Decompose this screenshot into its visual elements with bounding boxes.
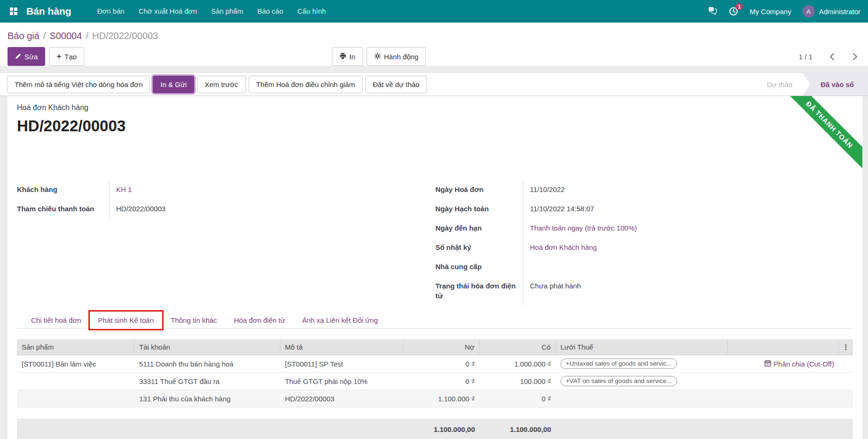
col-header-mo-ta[interactable]: Mô tả	[280, 339, 403, 355]
journal-items-table: Sản phẩm Tài khoản Mô tả Nợ Có Lưới Thuế…	[17, 339, 853, 439]
user-avatar: A	[803, 5, 815, 17]
cell-account: 33311 Thuế GTGT đầu ra	[134, 376, 280, 386]
menu-cho-xuat-hoa-don[interactable]: Chờ xuất Hoá đơn	[132, 0, 204, 23]
cell-account: 131 Phải thu của khách hàng	[134, 394, 280, 404]
pager-count: 1 / 1	[799, 53, 813, 61]
breadcrumb-separator: /	[43, 31, 46, 41]
field-value-so-nhat-ky[interactable]: Hoá đơn Khách hàng	[530, 243, 597, 251]
tax-grid-tag[interactable]: +Untaxed sales of goods and servic...	[560, 359, 677, 369]
form-view-content: ĐÃ THANH TOÁN Hoá đơn Khách hàng HD/2022…	[0, 96, 868, 439]
menu-cau-hinh[interactable]: Cấu hình	[290, 0, 333, 23]
field-value-nha-cung-cap[interactable]	[523, 257, 802, 276]
notebook-tabs: Chi tiết hoá đơn Phát sinh Kế toán Thông…	[17, 311, 853, 329]
create-button[interactable]: + Tạo	[49, 47, 84, 66]
edit-button[interactable]: Sửa	[8, 47, 45, 66]
tab-chi-tiet-hoa-don[interactable]: Chi tiết hoá đơn	[23, 311, 90, 329]
breadcrumb-bao-gia[interactable]: Báo giá	[8, 31, 39, 41]
cell-description: [ST00011] SP Test	[280, 359, 403, 369]
cell-product	[17, 398, 134, 399]
print-action-group: In Hành động	[332, 47, 426, 66]
odoo-window: Bán hàng Đơn bán Chờ xuất Hoá đơn Sản ph…	[0, 0, 868, 439]
preview-button[interactable]: Xem trước	[197, 76, 246, 93]
field-label-ngay-hoa-don: Ngày Hoá đơn	[435, 180, 523, 199]
cell-product: [ST00011] Bàn làm việc	[17, 359, 134, 369]
tab-anh-xa-lien-ket-doi-ung[interactable]: Ánh xạ Liên kết Đối ứng	[294, 311, 387, 329]
tax-grid-tag[interactable]: +VAT on sales of goods and service...	[560, 376, 677, 386]
printer-icon	[339, 53, 346, 61]
breadcrumb: Báo giá / S00004 / HD/2022/00003	[8, 29, 860, 42]
col-header-tai-khoan[interactable]: Tài khoản	[134, 339, 280, 355]
cutoff-action[interactable]: Phân chia (Cut-Off)	[728, 359, 839, 369]
pager-previous-icon[interactable]	[829, 53, 836, 61]
reset-to-draft-button[interactable]: Đặt về dự thảo	[365, 76, 427, 93]
menu-don-ban[interactable]: Đơn bán	[90, 0, 132, 23]
table-row[interactable]: 33311 Thuế GTGT đầu ra Thuế GTGT phải nộ…	[17, 373, 853, 390]
tab-thong-tin-khac[interactable]: Thông tin khác	[162, 311, 225, 329]
page-title: HD/2022/00003	[17, 116, 853, 136]
tab-phat-sinh-ke-toan[interactable]: Phát sinh Kế toán	[90, 311, 162, 329]
app-name[interactable]: Bán hàng	[26, 6, 71, 17]
field-label-so-nhat-ky: Sổ nhật ký	[435, 238, 523, 257]
cell-product	[17, 380, 134, 382]
field-value-trang-thai-hoa-don-dien-tu: Chưa phát hành	[523, 276, 802, 305]
status-draft[interactable]: Dự thảo	[757, 73, 803, 96]
field-value-ngay-hach-toan: 11/10/2022 14:58:07	[523, 199, 802, 218]
field-group-left: Khách hàng KH 1 Tham chiếu thanh toán HD…	[17, 180, 308, 218]
cell-account: 5111 Doanh thu bán hàng hoá	[134, 359, 280, 369]
col-header-empty	[728, 339, 839, 355]
action-button[interactable]: Hành động	[367, 47, 426, 66]
cell-debit: 0 ₫	[403, 359, 480, 369]
cell-action-empty	[728, 398, 839, 399]
field-label-trang-thai-hoa-don-dien-tu: Trạng thái hóa đơn điện tử	[435, 276, 523, 305]
total-credit: 1.100.000,00	[480, 425, 556, 433]
record-pager: 1 / 1	[799, 47, 859, 66]
status-pipeline: Dự thảo Đã vào sổ	[757, 73, 868, 96]
apps-menu-icon[interactable]	[8, 5, 20, 17]
gear-icon	[374, 53, 381, 61]
print-and-send-button[interactable]: In & Gửi	[153, 76, 194, 93]
col-header-co[interactable]: Có	[480, 339, 556, 355]
company-switcher[interactable]: My Company	[750, 8, 791, 16]
cell-credit: 1.000.000 ₫	[480, 359, 556, 369]
plus-icon: +	[56, 53, 61, 60]
user-menu[interactable]: A Administrator	[803, 5, 860, 17]
field-value-ngay-den-han[interactable]: Thanh toán ngay (trả trước 100%)	[530, 224, 637, 232]
table-totals-row: 1.100.000,00 1.100.000,00	[17, 419, 853, 439]
menu-bao-cao[interactable]: Báo cáo	[250, 0, 290, 23]
activity-count-badge: 1	[735, 3, 743, 10]
tab-hoa-don-dien-tu[interactable]: Hóa đơn điện tử	[225, 311, 293, 329]
top-navbar: Bán hàng Đơn bán Chờ xuất Hoá đơn Sản ph…	[0, 0, 868, 23]
print-button[interactable]: In	[332, 47, 363, 66]
cell-action-empty	[728, 380, 839, 382]
field-label-nha-cung-cap: Nhà cung cấp	[435, 257, 523, 276]
status-posted[interactable]: Đã vào sổ	[803, 73, 868, 96]
col-header-no[interactable]: Nợ	[403, 339, 480, 355]
field-value-khach-hang[interactable]: KH 1	[116, 185, 132, 193]
breadcrumb-s00004[interactable]: S00004	[49, 31, 82, 41]
col-header-luoi-thue[interactable]: Lưới Thuế	[556, 339, 728, 355]
cell-tax-grid-empty	[556, 398, 728, 399]
pager-next-icon[interactable]	[852, 53, 859, 61]
table-row[interactable]: [ST00011] Bàn làm việc 5111 Doanh thu bá…	[17, 355, 853, 373]
document-type-label: Hoá đơn Khách hàng	[17, 104, 853, 112]
table-row[interactable]: 131 Phải thu của khách hàng HD/2022/0000…	[17, 390, 853, 407]
cell-description: Thuế GTGT phải nộp 10%	[280, 376, 403, 386]
field-value-tham-chieu-thanh-toan: HD/2022/00003	[109, 199, 308, 218]
add-credit-note-button[interactable]: Thêm Hoá đơn điều chỉnh giảm	[249, 76, 363, 93]
total-debit: 1.100.000,00	[403, 425, 480, 433]
cell-debit: 0 ₫	[403, 376, 480, 386]
field-group-right: Ngày Hoá đơn 11/10/2022 Ngày Hạch toán 1…	[435, 180, 802, 305]
add-vietnamese-description-button[interactable]: Thêm mô tả tiếng Việt cho dòng hóa đơn	[7, 76, 150, 93]
table-header: Sản phẩm Tài khoản Mô tả Nợ Có Lưới Thuế…	[17, 339, 853, 355]
navbar-right: 1 My Company A Administrator	[708, 5, 860, 17]
col-header-san-pham[interactable]: Sản phẩm	[17, 339, 134, 355]
column-options-icon[interactable]: ⋮	[839, 339, 853, 355]
user-name: Administrator	[819, 8, 860, 16]
messages-icon[interactable]	[708, 7, 718, 16]
cell-credit: 100.000 ₫	[480, 376, 556, 386]
control-panel: Báo giá / S00004 / HD/2022/00003 Sửa + T…	[0, 23, 868, 66]
field-label-tham-chieu-thanh-toan: Tham chiếu thanh toán	[17, 199, 109, 218]
menu-san-pham[interactable]: Sản phẩm	[204, 0, 250, 23]
field-label-khach-hang: Khách hàng	[17, 180, 109, 199]
activities-icon[interactable]: 1	[729, 7, 738, 16]
